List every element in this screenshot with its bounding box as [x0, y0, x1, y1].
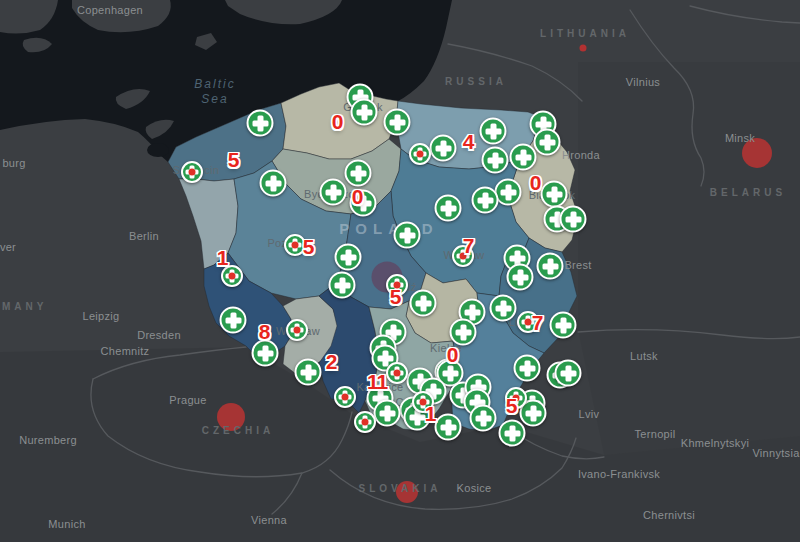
map-canvas[interactable]: Baltic Sea LITHUANIARUSSIABELARUSMANYCZE…: [0, 0, 800, 542]
country-label: BELARUS: [710, 187, 786, 198]
cluster-count-badge[interactable]: 0: [332, 110, 343, 134]
cluster-count-badge[interactable]: 4: [463, 130, 474, 154]
pharmacy-marker-icon[interactable]: [480, 118, 507, 145]
city-label: Vienna: [251, 514, 287, 526]
city-label: Copenhagen: [77, 4, 143, 16]
city-label: Dresden: [137, 329, 181, 341]
marker-red-dot: [394, 370, 401, 377]
cluster-count-badge[interactable]: 0: [530, 171, 541, 195]
country-label: RUSSIA: [445, 76, 507, 87]
marker-red-dot: [417, 151, 424, 158]
pharmacy-marker-icon[interactable]: [335, 244, 362, 271]
marker-red-dot: [229, 273, 236, 280]
pharmacy-marker-icon[interactable]: [499, 420, 526, 447]
pharmacy-marker-icon[interactable]: [490, 295, 517, 322]
city-label: Berlin: [129, 230, 159, 242]
marker-red-dot: [525, 319, 532, 326]
city-label: Kosice: [457, 482, 492, 494]
pharmacy-marker-icon[interactable]: [560, 206, 587, 233]
city-label: Vilnius: [626, 76, 660, 88]
city-label: Minsk: [725, 132, 755, 144]
city-label: Munich: [48, 518, 85, 530]
country-label: CZECHIA: [202, 425, 274, 436]
pharmacy-marker-icon[interactable]: [470, 405, 497, 432]
cluster-count-badge[interactable]: 8: [259, 320, 270, 344]
pharmacy-marker-icon[interactable]: [351, 99, 378, 126]
pharmacy-marker-icon[interactable]: [430, 135, 457, 162]
pharmacy-marker-dot-icon[interactable]: [409, 143, 431, 165]
pharmacy-marker-icon[interactable]: [295, 359, 322, 386]
pharmacy-marker-icon[interactable]: [514, 355, 541, 382]
city-label: Brest: [564, 259, 591, 271]
city-label: Vinnytsia: [752, 447, 799, 459]
cluster-count-badge[interactable]: 5: [303, 235, 314, 259]
city-label: Ternopil: [635, 428, 676, 440]
marker-red-dot: [342, 394, 349, 401]
pharmacy-marker-dot-icon[interactable]: [354, 411, 376, 433]
sea-label-line1: Baltic: [194, 77, 235, 92]
cluster-count-badge[interactable]: 7: [463, 234, 474, 258]
pharmacy-marker-icon[interactable]: [495, 179, 522, 206]
city-label: Chernivtsi: [643, 509, 695, 521]
east-shade: [578, 62, 800, 455]
pharmacy-marker-dot-icon[interactable]: [286, 319, 308, 341]
marker-red-dot: [189, 169, 196, 176]
pharmacy-marker-icon[interactable]: [507, 264, 534, 291]
cluster-count-badge[interactable]: 5: [390, 285, 401, 309]
pharmacy-marker-icon[interactable]: [220, 307, 247, 334]
cluster-count-badge[interactable]: 1: [217, 246, 228, 270]
pharmacy-marker-icon[interactable]: [374, 400, 401, 427]
pharmacy-marker-icon[interactable]: [534, 129, 561, 156]
cluster-count-badge[interactable]: 1: [425, 402, 436, 426]
pharmacy-marker-dot-icon[interactable]: [334, 386, 356, 408]
marker-red-dot: [294, 327, 301, 334]
pharmacy-marker-icon[interactable]: [537, 253, 564, 280]
country-label: MANY: [2, 301, 47, 312]
pharmacy-marker-icon[interactable]: [435, 414, 462, 441]
cluster-count-badge[interactable]: 0: [447, 343, 458, 367]
marker-red-dot: [292, 242, 299, 249]
pharmacy-marker-icon[interactable]: [260, 170, 287, 197]
cluster-count-badge[interactable]: 2: [326, 350, 337, 374]
country-label-poland: POLAND: [339, 220, 438, 237]
country-label: SLOVAKIA: [359, 483, 442, 494]
pharmacy-marker-dot-icon[interactable]: [181, 161, 203, 183]
country-label: LITHUANIA: [540, 28, 630, 39]
cluster-count-badge[interactable]: 11: [367, 370, 387, 394]
city-label: Khmelnytskyi: [681, 437, 749, 449]
pharmacy-marker-icon[interactable]: [450, 319, 477, 346]
sea-label-line2: Sea: [194, 92, 235, 107]
pharmacy-marker-icon[interactable]: [384, 109, 411, 136]
city-label: Chemnitz: [101, 345, 150, 357]
city-label: ver: [0, 241, 16, 253]
baltic-sea-label: Baltic Sea: [194, 77, 235, 107]
szczecin-lagoon: [147, 143, 169, 157]
city-label: Ivano-Frankivsk: [578, 468, 660, 480]
city-label: Leipzig: [83, 310, 120, 322]
pharmacy-marker-icon[interactable]: [345, 160, 372, 187]
cluster-count-badge[interactable]: 5: [228, 148, 239, 172]
pharmacy-marker-icon[interactable]: [394, 222, 421, 249]
cluster-count-badge[interactable]: 5: [506, 394, 517, 418]
pharmacy-marker-icon[interactable]: [410, 290, 437, 317]
cluster-count-badge[interactable]: 7: [532, 311, 543, 335]
pharmacy-marker-icon[interactable]: [555, 360, 582, 387]
marker-red-dot: [362, 419, 369, 426]
pharmacy-marker-dot-icon[interactable]: [386, 362, 408, 384]
pharmacy-marker-icon[interactable]: [320, 179, 347, 206]
city-label: Lviv: [579, 408, 600, 420]
pharmacy-marker-icon[interactable]: [472, 187, 499, 214]
city-label: burg: [2, 157, 25, 169]
pharmacy-marker-icon[interactable]: [435, 195, 462, 222]
city-label: Prague: [169, 394, 206, 406]
pharmacy-marker-icon[interactable]: [482, 147, 509, 174]
pharmacy-marker-icon[interactable]: [329, 272, 356, 299]
pharmacy-marker-icon[interactable]: [510, 144, 537, 171]
pharmacy-marker-icon[interactable]: [541, 181, 568, 208]
city-label: Hronda: [562, 149, 600, 161]
pharmacy-marker-icon[interactable]: [550, 312, 577, 339]
city-label: Nuremberg: [19, 434, 77, 446]
lithuania-dot[interactable]: [580, 45, 587, 52]
cluster-count-badge[interactable]: 0: [352, 185, 363, 209]
pharmacy-marker-icon[interactable]: [247, 110, 274, 137]
